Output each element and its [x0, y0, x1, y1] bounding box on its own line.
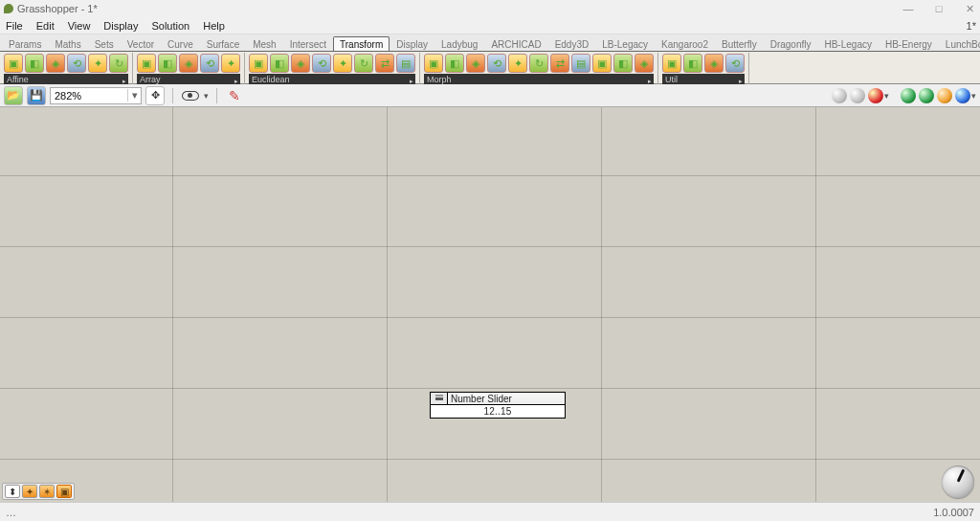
- ribbon-morph-tool-7-icon[interactable]: ▤: [571, 54, 590, 73]
- ribbon-util-tool-2-icon[interactable]: ◈: [704, 54, 724, 73]
- palette-select-icon[interactable]: ▣: [56, 485, 72, 498]
- window-maximize-button[interactable]: □: [932, 3, 946, 15]
- window-close-button[interactable]: ✕: [963, 3, 976, 15]
- display-mode-default-icon[interactable]: [832, 88, 847, 103]
- tab-maths[interactable]: Maths: [48, 36, 87, 51]
- tab-vector[interactable]: Vector: [121, 36, 161, 51]
- ribbon-array-tool-3-icon[interactable]: ⟲: [200, 54, 219, 73]
- ribbon-util-tool-3-icon[interactable]: ⟲: [725, 54, 745, 73]
- ribbon-util-tool-1-icon[interactable]: ◧: [683, 54, 702, 73]
- ribbon-affine-tool-1-icon[interactable]: ◧: [25, 54, 44, 73]
- ribbon-euclidean-tool-0-icon[interactable]: ▣: [249, 54, 268, 73]
- ribbon-morph-tool-4-icon[interactable]: ✦: [508, 54, 527, 73]
- tab-curve[interactable]: Curve: [161, 36, 200, 51]
- ribbon-util-tool-0-icon[interactable]: ▣: [662, 54, 681, 73]
- ribbon-euclidean-tool-7-icon[interactable]: ▤: [396, 54, 415, 73]
- ribbon-euclidean-tool-5-icon[interactable]: ↻: [354, 54, 373, 73]
- zoom-input[interactable]: [51, 88, 127, 103]
- ribbon-affine-tool-2-icon[interactable]: ◈: [46, 54, 65, 73]
- display-mode-dropdown-icon[interactable]: ▾: [884, 91, 889, 101]
- number-slider-value[interactable]: 12..15: [483, 406, 511, 417]
- tab-lunchbox[interactable]: LunchBox: [939, 36, 980, 51]
- menu-view[interactable]: View: [68, 20, 91, 32]
- ribbon-euclidean-tool-1-icon[interactable]: ◧: [270, 54, 289, 73]
- tab-archicad[interactable]: ARCHICAD: [484, 36, 547, 51]
- palette-wand-icon[interactable]: ✦: [22, 485, 37, 498]
- zoom-combo[interactable]: ▾: [50, 87, 142, 104]
- number-slider-grip-icon[interactable]: [431, 393, 448, 404]
- menu-file[interactable]: File: [6, 20, 23, 32]
- ribbon-array-tool-4-icon[interactable]: ✦: [221, 54, 240, 73]
- ribbon-morph-tool-0-icon[interactable]: ▣: [424, 54, 443, 73]
- menu-edit[interactable]: Edit: [36, 20, 55, 32]
- menu-display[interactable]: Display: [103, 20, 138, 32]
- canvas-mode-palette: ⬍ ✦ ✶ ▣: [2, 483, 75, 500]
- status-version: 1.0.0007: [933, 507, 974, 518]
- ribbon-affine-tool-5-icon[interactable]: ↻: [109, 54, 128, 73]
- ribbon-morph-tool-8-icon[interactable]: ▣: [592, 54, 612, 73]
- open-button[interactable]: 📂: [4, 86, 23, 105]
- ribbon-group-label[interactable]: Morph: [424, 74, 654, 84]
- tab-lb-legacy[interactable]: LB-Legacy: [595, 36, 655, 51]
- tab-dragonfly[interactable]: Dragonfly: [764, 36, 818, 51]
- ribbon-morph-tool-10-icon[interactable]: ◈: [635, 54, 654, 73]
- ribbon-affine-tool-4-icon[interactable]: ✦: [88, 54, 107, 73]
- shade-blue-icon[interactable]: [955, 88, 970, 103]
- ribbon-group-label[interactable]: Util: [662, 74, 745, 84]
- ribbon-group-label[interactable]: Array: [137, 74, 240, 84]
- tab-surface[interactable]: Surface: [200, 36, 246, 51]
- display-modes: ▾ ▾: [832, 88, 976, 103]
- ribbon-euclidean-tool-2-icon[interactable]: ◈: [291, 54, 310, 73]
- ribbon-euclidean-tool-4-icon[interactable]: ✦: [333, 54, 352, 73]
- palette-slider-icon[interactable]: ⬍: [5, 485, 20, 498]
- window-minimize-button[interactable]: —: [902, 3, 915, 15]
- tab-transform[interactable]: Transform: [333, 36, 390, 51]
- ribbon-morph-tool-5-icon[interactable]: ↻: [529, 54, 548, 73]
- grasshopper-logo-icon: [4, 4, 13, 13]
- svg-rect-1: [435, 395, 443, 396]
- ribbon-array-tool-1-icon[interactable]: ◧: [158, 54, 177, 73]
- zoom-dropdown-icon[interactable]: ▾: [127, 89, 141, 102]
- tab-hb-legacy[interactable]: HB-Legacy: [817, 36, 878, 51]
- ribbon-array-tool-0-icon[interactable]: ▣: [137, 54, 156, 73]
- ribbon-morph-tool-2-icon[interactable]: ◈: [466, 54, 485, 73]
- zoom-fit-button[interactable]: ✥: [145, 86, 165, 105]
- ribbon-morph-tool-3-icon[interactable]: ⟲: [487, 54, 506, 73]
- tab-ladybug[interactable]: Ladybug: [434, 36, 484, 51]
- shade-green-icon[interactable]: [901, 88, 916, 103]
- display-mode-selected-icon[interactable]: [868, 88, 883, 103]
- sketch-button[interactable]: ✎: [225, 86, 244, 105]
- canvas[interactable]: Number Slider 12..15: [0, 107, 980, 502]
- ribbon-group-label[interactable]: Euclidean: [249, 74, 415, 84]
- tab-butterfly[interactable]: Butterfly: [715, 36, 764, 51]
- tab-eddy3d[interactable]: Eddy3D: [548, 36, 596, 51]
- ribbon-affine-tool-3-icon[interactable]: ⟲: [67, 54, 86, 73]
- preview-dropdown-icon[interactable]: ▾: [204, 91, 209, 101]
- tab-hb-energy[interactable]: HB-Energy: [879, 36, 939, 51]
- menu-help[interactable]: Help: [203, 20, 225, 32]
- ribbon-affine-tool-0-icon[interactable]: ▣: [4, 54, 23, 73]
- number-slider-component[interactable]: Number Slider 12..15: [430, 392, 566, 419]
- palette-tree-icon[interactable]: ✶: [39, 485, 55, 498]
- shade-orange-icon[interactable]: [937, 88, 952, 103]
- tab-intersect[interactable]: Intersect: [283, 36, 333, 51]
- ribbon-group-label[interactable]: Affine: [4, 74, 128, 84]
- ribbon-euclidean-tool-3-icon[interactable]: ⟲: [312, 54, 331, 73]
- shade-green2-icon[interactable]: [919, 88, 934, 103]
- display-mode-wire-icon[interactable]: [850, 88, 865, 103]
- ribbon-array-tool-2-icon[interactable]: ◈: [179, 54, 198, 73]
- shade-dropdown-icon[interactable]: ▾: [971, 91, 976, 101]
- tab-display[interactable]: Display: [390, 36, 434, 51]
- menu-solution[interactable]: Solution: [151, 20, 189, 32]
- tab-mesh[interactable]: Mesh: [246, 36, 282, 51]
- ribbon-morph-tool-9-icon[interactable]: ◧: [613, 54, 633, 73]
- preview-eye-button[interactable]: [181, 86, 200, 105]
- canvas-compass-widget[interactable]: [942, 465, 974, 498]
- ribbon-morph-tool-1-icon[interactable]: ◧: [445, 54, 464, 73]
- tab-sets[interactable]: Sets: [88, 36, 121, 51]
- save-button[interactable]: 💾: [27, 86, 46, 105]
- tab-kangaroo2[interactable]: Kangaroo2: [655, 36, 715, 51]
- ribbon-euclidean-tool-6-icon[interactable]: ⇄: [375, 54, 394, 73]
- tab-params[interactable]: Params: [2, 36, 48, 51]
- ribbon-morph-tool-6-icon[interactable]: ⇄: [550, 54, 569, 73]
